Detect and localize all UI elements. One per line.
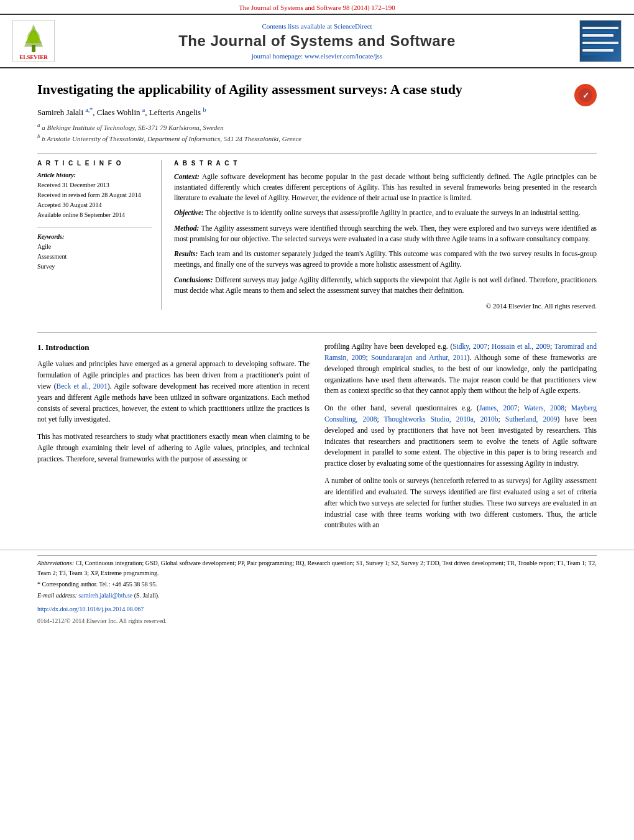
contents-available: Contents lists available at ScienceDirec… — [61, 22, 573, 30]
thoughtworks-ref[interactable]: Thoughtworks Studio, 2010a, 2010b — [384, 415, 498, 423]
section-1-heading: 1. Introduction — [37, 341, 310, 354]
crossmark-badge: ✓ — [574, 84, 597, 106]
section-divider — [37, 153, 597, 154]
keywords-label: Keywords: — [37, 233, 152, 240]
intro-para-3: profiling Agility have been developed e.… — [324, 341, 597, 397]
article-main: Investigating the applicability of Agili… — [0, 68, 634, 322]
abstract-conclusions: Conclusions: Different surveys may judge… — [174, 275, 597, 297]
journal-logo — [579, 20, 622, 62]
journal-header: ELSEVIER Contents lists available at Sci… — [0, 14, 634, 68]
body-right-col: profiling Agility have been developed e.… — [324, 341, 597, 537]
abstract-objective: Objective: The objective is to identify … — [174, 208, 597, 218]
journal-info-center: Contents lists available at ScienceDirec… — [61, 22, 573, 60]
abbreviations-line: Abbreviations: CI, Continuous integratio… — [37, 558, 597, 578]
beck-ref[interactable]: Beck et al., 2001 — [57, 382, 108, 390]
svg-text:✓: ✓ — [582, 91, 589, 100]
svg-point-4 — [27, 30, 40, 43]
journal-citation: The Journal of Systems and Software 98 (… — [0, 0, 634, 14]
journal-title: The Journal of Systems and Software — [61, 32, 573, 50]
intro-para-4: On the other hand, several questionnaire… — [324, 403, 597, 469]
waters-ref[interactable]: Waters, 2008 — [524, 404, 564, 412]
article-history: Article history: Received 31 December 20… — [37, 172, 152, 220]
article-info-panel: A R T I C L E I N F O Article history: R… — [37, 160, 162, 310]
abstract-panel: A B S T R A C T Context: Agile software … — [174, 160, 597, 310]
journal-homepage: journal homepage: www.elsevier.com/locat… — [61, 52, 573, 60]
footnote-divider — [37, 555, 597, 556]
footnotes-section: Abbreviations: CI, Continuous integratio… — [0, 550, 634, 601]
affiliations: a a Blekinge Institute of Technology, SE… — [37, 121, 597, 144]
crossmark-icon: ✓ — [574, 84, 597, 106]
body-divider — [37, 332, 597, 333]
corresponding-author-line: * Corresponding author. Tel.: +46 455 38… — [37, 579, 597, 589]
logo-stripes — [580, 24, 621, 58]
article-title: Investigating the applicability of Agili… — [37, 81, 547, 99]
doi-link[interactable]: http://dx.doi.org/10.1016/j.jss.2014.08.… — [37, 606, 144, 612]
article-info-title: A R T I C L E I N F O — [37, 160, 152, 167]
article-info-abstract: A R T I C L E I N F O Article history: R… — [37, 160, 597, 310]
soundararajan-ref[interactable]: Soundararajan and Arthur, 2011 — [371, 354, 467, 361]
author-email[interactable]: samireh.jalali@bth.se — [78, 592, 132, 599]
keywords-block: Keywords: Agile Assessment Survey — [37, 233, 152, 272]
james-ref[interactable]: James, 2007 — [479, 404, 518, 412]
sidky-ref[interactable]: Sidky, 2007 — [453, 343, 487, 350]
history-label: Article history: — [37, 172, 152, 178]
info-divider — [37, 228, 152, 228]
elsevier-logo: ELSEVIER — [12, 20, 55, 62]
body-left-col: 1. Introduction Agile values and princip… — [37, 341, 310, 537]
hossain-ref[interactable]: Hossain et al., 2009 — [492, 343, 550, 350]
received-date: Received 31 December 2013 Received in re… — [37, 180, 152, 220]
intro-para-5: A number of online tools or surveys (hen… — [324, 476, 597, 531]
copyright-notice: © 2014 Elsevier Inc. All rights reserved… — [174, 302, 597, 310]
abstract-results: Results: Each team and its customer sepa… — [174, 249, 597, 270]
intro-para-1: Agile values and principles have emerged… — [37, 359, 310, 425]
doi-section: http://dx.doi.org/10.1016/j.jss.2014.08.… — [0, 602, 634, 616]
abstract-title: A B S T R A C T — [174, 160, 597, 167]
issn-section: 0164-1212/© 2014 Elsevier Inc. All right… — [0, 616, 634, 625]
sutherland-ref[interactable]: Sutherland, 2009 — [505, 415, 558, 423]
email-line: E-mail address: samireh.jalali@bth.se (S… — [37, 591, 597, 601]
abstract-method: Method: The Agility assessment surveys w… — [174, 223, 597, 245]
authors-line: Samireh Jalali a,*, Claes Wohlin a, Left… — [37, 106, 597, 118]
keywords-list: Agile Assessment Survey — [37, 242, 152, 272]
body-two-col: 1. Introduction Agile values and princip… — [37, 341, 597, 537]
abstract-context: Context: Agile software development has … — [174, 172, 597, 204]
body-content: 1. Introduction Agile values and princip… — [0, 322, 634, 550]
intro-para-2: This has motivated researchers to study … — [37, 432, 310, 464]
